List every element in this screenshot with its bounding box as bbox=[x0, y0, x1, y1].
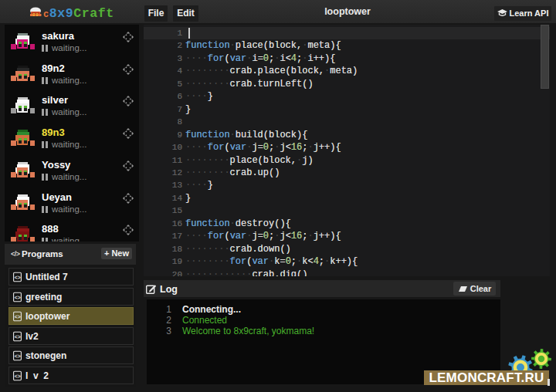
svg-text:<>: <> bbox=[15, 353, 21, 359]
svg-text:<>: <> bbox=[15, 314, 21, 319]
svg-text:89: 89 bbox=[32, 12, 39, 18]
svg-text:<>: <> bbox=[15, 373, 21, 379]
svg-text:<>: <> bbox=[15, 275, 21, 280]
svg-text:<>: <> bbox=[15, 294, 21, 299]
svg-text:<>: <> bbox=[15, 333, 21, 339]
